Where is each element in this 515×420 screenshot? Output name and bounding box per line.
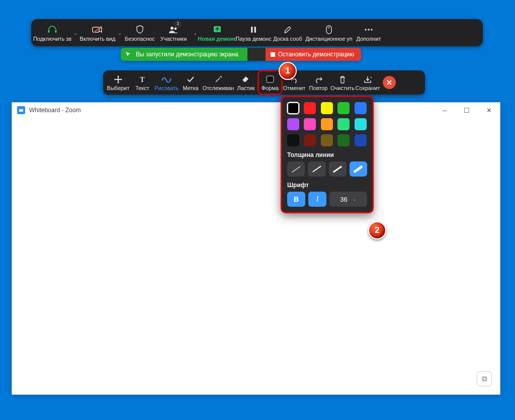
stop-share-label: Остановить демонстрацию bbox=[278, 51, 354, 58]
audio-chevron-icon[interactable]: ⌄ bbox=[71, 30, 79, 36]
save-icon bbox=[363, 74, 373, 85]
color-swatch[interactable] bbox=[355, 102, 367, 114]
callout-1: 1 bbox=[279, 62, 297, 80]
color-swatch[interactable] bbox=[355, 118, 367, 130]
share-status: Вы запустили демонстрацию экрана bbox=[121, 48, 247, 61]
format-popup: Толщина линии Шрифт B I 36 ⌄ bbox=[281, 96, 374, 213]
close-icon bbox=[386, 79, 392, 86]
tool-eraser[interactable]: Ластик bbox=[234, 70, 258, 95]
wand-icon bbox=[214, 74, 223, 85]
font-label: Шрифт bbox=[287, 182, 367, 189]
stop-icon bbox=[271, 52, 275, 57]
share-up-icon bbox=[211, 24, 223, 35]
security-button[interactable]: Безопаснос bbox=[124, 19, 156, 46]
add-page-button[interactable]: ⧉ bbox=[477, 371, 492, 386]
meeting-toolbar: Подключить зв ⌄ Включить вид ⌄ Безопасно… bbox=[31, 19, 483, 46]
add-page-icon: ⧉ bbox=[482, 374, 487, 383]
window-minimize-button[interactable]: ─ bbox=[434, 103, 456, 118]
audio-button[interactable]: Подключить зв bbox=[33, 19, 71, 46]
tool-redo-label: Повтор bbox=[309, 85, 328, 91]
svg-text:T: T bbox=[140, 76, 145, 83]
video-chevron-icon[interactable]: ⌄ bbox=[116, 30, 124, 36]
eraser-icon bbox=[241, 74, 250, 85]
participants-badge: 3 bbox=[175, 21, 181, 27]
color-swatch[interactable] bbox=[321, 134, 333, 146]
window-close-button[interactable]: ✕ bbox=[478, 103, 500, 118]
participants-button[interactable]: 3 Участники bbox=[156, 19, 191, 46]
participants-label: Участники bbox=[160, 36, 187, 42]
annotation-toolbar: Выберит T Текст Рисовать Метка Отслежива… bbox=[103, 70, 425, 95]
chevron-down-icon: ⌄ bbox=[353, 197, 357, 202]
tool-redo[interactable]: Повтор bbox=[306, 70, 330, 95]
color-swatch[interactable] bbox=[287, 134, 299, 146]
color-swatch[interactable] bbox=[287, 118, 299, 130]
share-status-strip: Вы запустили демонстрацию экрана Останов… bbox=[121, 48, 361, 61]
svg-rect-2 bbox=[93, 27, 99, 32]
tool-text[interactable]: T Текст bbox=[130, 70, 154, 95]
pause-share-button[interactable]: Пауза демонс bbox=[235, 19, 272, 46]
mouse-icon bbox=[325, 24, 332, 35]
more-icon bbox=[364, 24, 374, 35]
check-icon bbox=[187, 74, 195, 85]
thickness-row bbox=[287, 161, 367, 177]
tool-undo-label: Отменит bbox=[283, 85, 306, 91]
pencil-icon bbox=[283, 24, 292, 35]
svg-point-13 bbox=[371, 29, 373, 31]
stop-share-button[interactable]: Остановить демонстрацию bbox=[266, 48, 361, 61]
color-swatch[interactable] bbox=[337, 118, 350, 130]
color-swatch[interactable] bbox=[304, 134, 316, 146]
close-toolbar-button[interactable] bbox=[383, 76, 396, 89]
whiteboard-canvas[interactable]: ⧉ bbox=[12, 118, 500, 394]
tool-clear[interactable]: Очистить bbox=[330, 70, 355, 95]
tool-select[interactable]: Выберит bbox=[106, 70, 130, 95]
tool-format-label: Форма bbox=[262, 85, 279, 91]
share-status-text: Вы запустили демонстрацию экрана bbox=[136, 51, 238, 58]
window-title: Whiteboard - Zoom bbox=[29, 107, 81, 114]
color-swatch[interactable] bbox=[321, 102, 333, 114]
whiteboard-titlebar[interactable]: Whiteboard - Zoom bbox=[12, 103, 500, 118]
svg-rect-1 bbox=[55, 30, 57, 33]
color-swatch[interactable] bbox=[337, 102, 350, 114]
color-swatch[interactable] bbox=[304, 102, 316, 114]
trash-icon bbox=[338, 74, 347, 85]
color-swatch[interactable] bbox=[321, 118, 333, 130]
font-size-select[interactable]: 36 ⌄ bbox=[329, 192, 367, 207]
font-size-value: 36 bbox=[340, 196, 347, 203]
more-button[interactable]: Дополнит bbox=[354, 19, 383, 46]
pause-icon bbox=[249, 24, 258, 35]
whiteboard-button[interactable]: Доска сооб bbox=[272, 19, 304, 46]
svg-rect-0 bbox=[48, 30, 50, 33]
tool-eraser-label: Ластик bbox=[237, 85, 255, 91]
bold-button[interactable]: B bbox=[287, 192, 305, 207]
tool-format[interactable]: Форма bbox=[258, 70, 282, 95]
text-icon: T bbox=[138, 74, 146, 85]
tool-draw[interactable]: Рисовать bbox=[154, 70, 179, 95]
cursor-icon bbox=[125, 51, 132, 58]
tool-stamp[interactable]: Метка bbox=[179, 70, 203, 95]
svg-point-11 bbox=[365, 29, 367, 31]
pause-share-label: Пауза демонс bbox=[235, 36, 271, 42]
italic-button[interactable]: I bbox=[308, 192, 326, 207]
more-label: Дополнит bbox=[356, 36, 381, 42]
headphones-icon bbox=[47, 24, 57, 35]
tool-spotlight[interactable]: Отслеживан bbox=[203, 70, 234, 95]
participants-chevron-icon[interactable]: ⌄ bbox=[191, 30, 199, 36]
shield-icon bbox=[136, 24, 144, 35]
thickness-option[interactable] bbox=[308, 161, 325, 177]
color-swatch[interactable] bbox=[287, 102, 299, 114]
remote-label: Дистанционное уп bbox=[305, 36, 353, 42]
thickness-option[interactable] bbox=[329, 161, 347, 177]
window-maximize-button[interactable]: ☐ bbox=[456, 103, 478, 118]
color-swatch[interactable] bbox=[304, 118, 316, 130]
color-swatch[interactable] bbox=[355, 134, 367, 146]
tool-stamp-label: Метка bbox=[183, 85, 198, 91]
thickness-option[interactable] bbox=[350, 161, 367, 177]
tool-save[interactable]: Сохранит bbox=[355, 70, 381, 95]
whiteboard-window: Whiteboard - Zoom ─ ☐ ✕ ⧉ bbox=[12, 102, 500, 395]
thickness-option[interactable] bbox=[287, 161, 305, 177]
color-swatch[interactable] bbox=[337, 134, 350, 146]
remote-control-button[interactable]: Дистанционное уп bbox=[304, 19, 354, 46]
new-share-button[interactable]: Новая демонс bbox=[199, 19, 235, 46]
whiteboard-label: Доска сооб bbox=[273, 36, 302, 42]
video-button[interactable]: Включить вид bbox=[79, 19, 116, 46]
